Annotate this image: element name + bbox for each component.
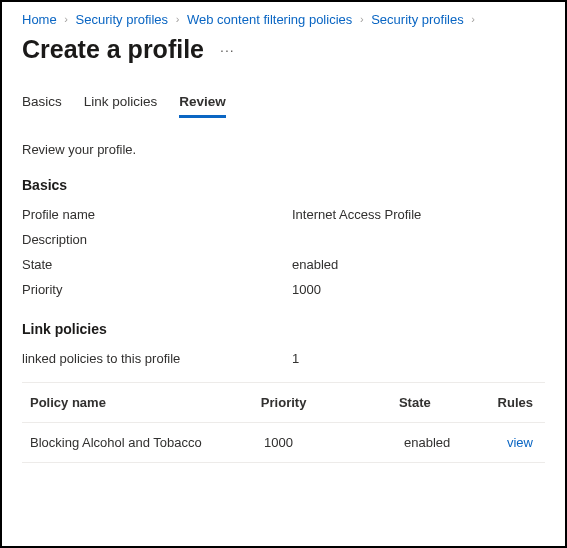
view-rules-link[interactable]: view — [507, 435, 533, 450]
chevron-right-icon: › — [471, 13, 475, 25]
field-label: Priority — [22, 282, 292, 297]
chevron-right-icon: › — [176, 13, 180, 25]
cell-state: enabled — [404, 435, 504, 450]
col-header-priority: Priority — [261, 395, 399, 410]
field-value: 1 — [292, 351, 299, 366]
linked-policies-count: linked policies to this profile 1 — [22, 351, 545, 366]
section-heading-basics: Basics — [22, 177, 545, 193]
section-heading-link-policies: Link policies — [22, 321, 545, 337]
chevron-right-icon: › — [360, 13, 364, 25]
breadcrumb-item[interactable]: Web content filtering policies — [187, 12, 352, 27]
more-icon[interactable]: ··· — [220, 42, 235, 58]
field-profile-name: Profile name Internet Access Profile — [22, 207, 545, 222]
col-header-policy-name: Policy name — [30, 395, 261, 410]
chevron-right-icon: › — [64, 13, 68, 25]
policies-table: Policy name Priority State Rules Blockin… — [22, 382, 545, 463]
page-title: Create a profile — [22, 35, 204, 64]
tab-link-policies[interactable]: Link policies — [84, 94, 158, 118]
field-description: Description — [22, 232, 545, 247]
cell-policy-name: Blocking Alcohol and Tobacco — [30, 435, 264, 450]
breadcrumb: Home › Security profiles › Web content f… — [22, 12, 545, 27]
table-header: Policy name Priority State Rules — [22, 382, 545, 423]
field-label: State — [22, 257, 292, 272]
field-priority: Priority 1000 — [22, 282, 545, 297]
col-header-state: State — [399, 395, 498, 410]
field-value: 1000 — [292, 282, 321, 297]
tabs: Basics Link policies Review — [22, 94, 545, 118]
breadcrumb-item[interactable]: Security profiles — [371, 12, 463, 27]
breadcrumb-item[interactable]: Security profiles — [76, 12, 168, 27]
tab-review[interactable]: Review — [179, 94, 226, 118]
field-state: State enabled — [22, 257, 545, 272]
field-label: Profile name — [22, 207, 292, 222]
col-header-rules: Rules — [498, 395, 537, 410]
field-label: Description — [22, 232, 292, 247]
field-label: linked policies to this profile — [22, 351, 292, 366]
cell-priority: 1000 — [264, 435, 404, 450]
review-help-text: Review your profile. — [22, 142, 545, 157]
field-value: Internet Access Profile — [292, 207, 421, 222]
tab-basics[interactable]: Basics — [22, 94, 62, 118]
field-value: enabled — [292, 257, 338, 272]
breadcrumb-item[interactable]: Home — [22, 12, 57, 27]
table-row: Blocking Alcohol and Tobacco 1000 enable… — [22, 423, 545, 463]
